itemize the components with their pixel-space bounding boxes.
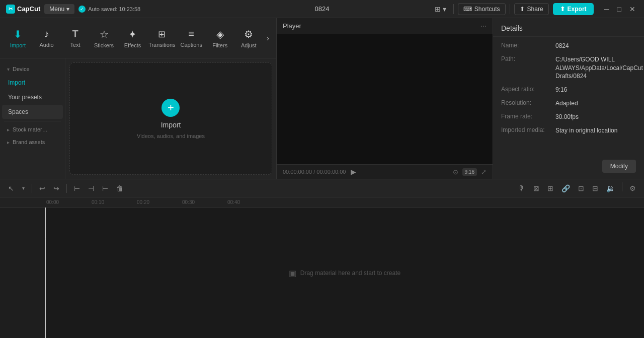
detail-label-resolution: Resolution: (501, 99, 551, 106)
minimize-button[interactable]: ─ (602, 4, 612, 14)
track-divider (45, 238, 644, 238)
captions-tool-icon: ≡ (188, 28, 194, 40)
nav-brand-section[interactable]: ▸ Brand assets (2, 136, 63, 148)
title-bar: ✂ CapCut Menu ▾ ✓ Auto saved: 10:23:58 0… (0, 0, 644, 18)
redo-button[interactable]: ↪ (50, 182, 62, 194)
caption-button[interactable]: ⊟ (589, 182, 601, 194)
import-drop-area[interactable]: + Import Videos, audios, and images (69, 62, 272, 175)
share-icon: ⬆ (520, 6, 525, 13)
nav-spaces[interactable]: Spaces (2, 105, 63, 119)
tool-effects[interactable]: ✦ Effects (119, 24, 146, 52)
detail-label-aspect: Aspect ratio: (501, 86, 551, 93)
detail-row-path: Path: C:/Users/GOOD WILL ALWAYS/AppData/… (501, 55, 636, 81)
logo: ✂ CapCut (6, 5, 40, 14)
nav-device-arrow: ▾ (7, 66, 10, 72)
export-button[interactable]: ⬆ Export (553, 3, 594, 15)
player-title: Player (283, 22, 301, 30)
trim-left-button[interactable]: ⊣ (85, 182, 97, 194)
autosave-indicator: ✓ Auto saved: 10:23:58 (78, 6, 140, 13)
filters-tool-icon: ◈ (216, 28, 224, 40)
title-bar-right: ⊞ ▾ ⌨ Shortcuts ⬆ Share ⬆ Export ─ □ ✕ (430, 3, 638, 15)
timeline-cursor (45, 208, 46, 338)
group-button[interactable]: ⊞ (544, 182, 556, 194)
snap-button[interactable]: ⊡ (575, 182, 587, 194)
tl-separator-1 (32, 184, 32, 193)
player-panel: Player ⋯ 00:00:00:00 / 00:00:00:00 ▶ ⊙ 9… (277, 18, 493, 179)
toolbar-more-button[interactable]: › (264, 30, 272, 47)
detail-value-framerate: 30.00fps (555, 113, 636, 121)
tool-import[interactable]: ⬇ Import (4, 24, 32, 52)
title-bar-left: ✂ CapCut Menu ▾ ✓ Auto saved: 10:23:58 (6, 4, 214, 14)
fullscreen-icon[interactable]: ⤢ (481, 168, 487, 176)
drag-hint: ▣ Drag material here and start to create (289, 268, 400, 278)
screenshot-icon[interactable]: ⊙ (453, 168, 458, 176)
delete-button[interactable]: 🗑 (113, 182, 126, 194)
nav-brand-arrow: ▸ (7, 140, 10, 145)
detail-label-framerate: Frame rate: (501, 113, 551, 120)
link-track-button[interactable]: ⊠ (530, 182, 542, 194)
detail-value-resolution: Adapted (555, 99, 636, 108)
tool-adjust[interactable]: ⚙ Adjust (235, 24, 263, 52)
microphone-button[interactable]: 🎙 (515, 182, 528, 194)
timeline-body: ▣ Drag material here and start to create (0, 208, 644, 338)
left-content: ▾ Device Import Your presets Spaces ▸ (0, 58, 276, 179)
detail-row-name: Name: 0824 (501, 42, 636, 50)
split-button[interactable]: ⊢ (71, 182, 83, 194)
stickers-tool-icon: ☆ (100, 28, 109, 40)
detail-value-path: C:/Users/GOOD WILL ALWAYS/AppData/Local/… (555, 55, 643, 81)
player-time: 00:00:00:00 / 00:00:00:00 (283, 169, 346, 175)
nav-stock-arrow: ▸ (7, 127, 10, 132)
app-body: ⬇ Import ♪ Audio T Text ☆ Stickers ✦ E (0, 18, 644, 338)
tool-stickers[interactable]: ☆ Stickers (90, 24, 118, 52)
nav-stock-section[interactable]: ▸ Stock mater… (2, 123, 63, 136)
view-toggle-button[interactable]: ⊞ ▾ (432, 3, 449, 15)
ruler-mark-2: 00:20 (136, 199, 181, 205)
menu-button[interactable]: Menu ▾ (44, 4, 74, 14)
timeline-section: 00:00 00:10 00:20 00:30 00:40 ▣ Drag mat… (0, 197, 644, 338)
nav-your-presets[interactable]: Your presets (2, 90, 63, 104)
top-section: ⬇ Import ♪ Audio T Text ☆ Stickers ✦ E (0, 18, 644, 179)
nav-import[interactable]: Import (2, 76, 63, 90)
close-button[interactable]: ✕ (627, 4, 638, 14)
timeline-tracks[interactable]: ▣ Drag material here and start to create (45, 208, 644, 338)
tool-transitions[interactable]: ⊞ Transitions (147, 25, 177, 52)
chain-button[interactable]: 🔗 (558, 182, 573, 194)
autosave-icon: ✓ (78, 6, 86, 13)
settings-button[interactable]: ⚙ (626, 182, 639, 194)
player-menu-icon[interactable]: ⋯ (480, 23, 487, 30)
shortcuts-button[interactable]: ⌨ Shortcuts (458, 3, 506, 15)
modify-button[interactable]: Modify (602, 160, 636, 173)
ratio-badge: 9:16 (462, 168, 477, 176)
timeline-ruler: 00:00 00:10 00:20 00:30 00:40 (0, 197, 644, 208)
tl-separator-2 (66, 184, 67, 193)
nav-device-section[interactable]: ▾ Device (2, 63, 63, 75)
import-center: + Import Videos, audios, and images (137, 99, 205, 139)
tool-text[interactable]: T Text (61, 24, 89, 52)
tool-captions[interactable]: ≡ Captions (178, 24, 205, 52)
undo-button[interactable]: ↩ (36, 182, 48, 194)
trim-right-button[interactable]: ⊢ (99, 182, 111, 194)
tool-filters[interactable]: ◈ Filters (206, 24, 234, 52)
play-button[interactable]: ▶ (351, 168, 356, 176)
nav-divider-1 (4, 121, 61, 121)
volume-button[interactable]: 🔉 (603, 182, 618, 194)
select-dropdown-button[interactable]: ▾ (19, 183, 28, 193)
left-panel: ⬇ Import ♪ Audio T Text ☆ Stickers ✦ E (0, 18, 277, 179)
detail-row-resolution: Resolution: Adapted (501, 99, 636, 108)
detail-value-name: 0824 (555, 42, 636, 50)
ruler-marks: 00:00 00:10 00:20 00:30 00:40 (45, 199, 272, 205)
share-button[interactable]: ⬆ Share (514, 3, 549, 15)
import-title: Import (161, 121, 181, 129)
effects-tool-icon: ✦ (128, 28, 137, 40)
detail-row-imported: Imported media: Stay in original locatio… (501, 126, 636, 135)
logo-text: CapCut (17, 5, 40, 13)
maximize-button[interactable]: □ (615, 4, 624, 14)
adjust-tool-icon: ⚙ (244, 28, 253, 40)
tool-audio[interactable]: ♪ Audio (33, 24, 60, 52)
ruler-mark-0: 00:00 (45, 199, 91, 205)
details-panel: Details Name: 0824 Path: C:/Users/GOOD W… (493, 18, 644, 179)
detail-row-framerate: Frame rate: 30.00fps (501, 113, 636, 121)
detail-value-imported: Stay in original location (555, 126, 636, 135)
transitions-tool-icon: ⊞ (158, 29, 166, 40)
select-tool-button[interactable]: ↖ (5, 182, 17, 194)
